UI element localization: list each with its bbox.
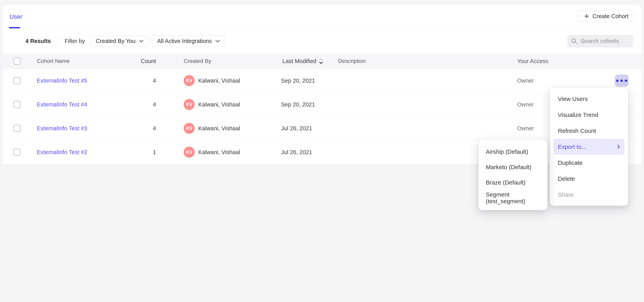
search-input[interactable]	[580, 38, 629, 44]
cohort-count: 4	[120, 125, 156, 132]
last-modified-date: Jul 26, 2021	[281, 149, 338, 156]
created-by-name: Kalwani, Vishaal	[198, 149, 240, 156]
select-all-checkbox[interactable]	[14, 58, 20, 65]
table-header: Cohort Name Count Created By Last Modifi…	[3, 54, 641, 69]
context-menu-item-label: Share	[558, 192, 574, 198]
last-modified-date: Jul 26, 2021	[281, 125, 338, 132]
export-submenu-item[interactable]: Segment (test_segment)	[479, 190, 547, 206]
row-actions-button[interactable]	[615, 75, 628, 86]
integrations-dropdown-label: All Active Integrations	[157, 38, 212, 44]
cohort-count: 1	[120, 149, 156, 156]
filter-toolbar: 4 Results Filter by Created By You All A…	[3, 28, 641, 54]
last-modified-date: Sep 20, 2021	[281, 78, 338, 84]
cohort-count: 4	[120, 101, 156, 108]
filter-by-label: Filter by	[65, 38, 85, 44]
toolbar-divider	[58, 37, 58, 46]
context-menu-item[interactable]: View Users	[550, 91, 628, 107]
cohort-name-link[interactable]: ExternalInfo Test #4	[37, 101, 87, 108]
row-checkbox[interactable]	[14, 77, 20, 84]
header-your-access[interactable]: Your Access	[517, 58, 611, 64]
header-description[interactable]: Description	[338, 58, 517, 64]
header-last-modified-label: Last Modified	[282, 58, 316, 64]
results-count: 4 Results	[26, 38, 51, 44]
cohort-name-link[interactable]: ExternalInfo Test #2	[37, 149, 87, 155]
context-menu-item-label: Refresh Count	[558, 128, 596, 134]
row-checkbox[interactable]	[14, 125, 20, 132]
ellipsis-icon	[616, 80, 618, 82]
context-menu-item[interactable]: Refresh Count	[550, 123, 628, 139]
context-menu-item[interactable]: Visualize Trend	[550, 107, 628, 123]
cohort-count: 4	[120, 78, 156, 84]
last-modified-date: Sep 20, 2021	[281, 101, 338, 108]
export-submenu-item[interactable]: Braze (Default)	[479, 175, 547, 190]
header-created-by[interactable]: Created By	[156, 58, 281, 64]
export-submenu-item[interactable]: Airship (Default)	[479, 144, 547, 160]
row-checkbox[interactable]	[14, 149, 20, 156]
chevron-down-icon	[216, 40, 220, 42]
active-tab-indicator	[9, 27, 20, 28]
table-row: ExternalInfo Test #3 4 KV Kalwani, Visha…	[3, 116, 641, 140]
row-checkbox[interactable]	[14, 101, 20, 108]
export-submenu: Airship (Default) Marketo (Default) Braz…	[478, 140, 548, 210]
created-by-name: Kalwani, Vishaal	[198, 101, 240, 108]
header-last-modified[interactable]: Last Modified	[281, 58, 338, 64]
cohort-name-link[interactable]: ExternalInfo Test #3	[37, 125, 87, 132]
created-by-dropdown[interactable]: Created By You	[90, 36, 149, 47]
search-box	[567, 35, 633, 48]
header-count[interactable]: Count	[120, 58, 156, 64]
chevron-right-icon	[617, 144, 620, 149]
created-by-dropdown-label: Created By You	[96, 38, 136, 44]
table-row: ExternalInfo Test #5 4 KV Kalwani, Visha…	[3, 69, 641, 93]
header-cohort-name[interactable]: Cohort Name	[34, 58, 120, 64]
plus-icon	[584, 14, 590, 19]
context-menu-item-label: Delete	[558, 176, 575, 182]
context-menu-item-label: Export to...	[558, 144, 586, 150]
created-by-name: Kalwani, Vishaal	[198, 125, 240, 132]
context-menu-item-label: Visualize Trend	[558, 112, 598, 118]
search-icon	[571, 38, 578, 44]
table-row: ExternalInfo Test #4 4 KV Kalwani, Visha…	[3, 93, 641, 116]
chevron-down-icon	[139, 40, 144, 42]
access-level: Owner	[517, 78, 611, 84]
cohort-name-link[interactable]: ExternalInfo Test #5	[37, 78, 87, 84]
avatar: KV	[184, 147, 195, 158]
tab-user[interactable]: User	[10, 13, 22, 20]
avatar: KV	[184, 75, 195, 86]
context-menu-item[interactable]: Share	[550, 187, 628, 203]
context-menu-item[interactable]: Export to...	[554, 139, 624, 155]
context-menu-item[interactable]: Delete	[550, 171, 628, 187]
create-cohort-button[interactable]: Create Cohort	[578, 10, 634, 22]
export-submenu-item[interactable]: Marketo (Default)	[479, 160, 547, 175]
context-menu-item-label: View Users	[558, 96, 588, 102]
create-cohort-label: Create Cohort	[592, 13, 628, 20]
sort-icon[interactable]	[319, 58, 323, 64]
integrations-dropdown[interactable]: All Active Integrations	[152, 36, 225, 47]
avatar: KV	[184, 99, 195, 110]
context-menu: View Users Visualize Trend Refresh Count…	[550, 88, 628, 206]
tab-bar: User Create Cohort	[3, 4, 641, 28]
context-menu-item-label: Duplicate	[558, 160, 582, 166]
created-by-name: Kalwani, Vishaal	[198, 78, 240, 84]
context-menu-item[interactable]: Duplicate	[550, 155, 628, 171]
avatar: KV	[184, 123, 195, 134]
